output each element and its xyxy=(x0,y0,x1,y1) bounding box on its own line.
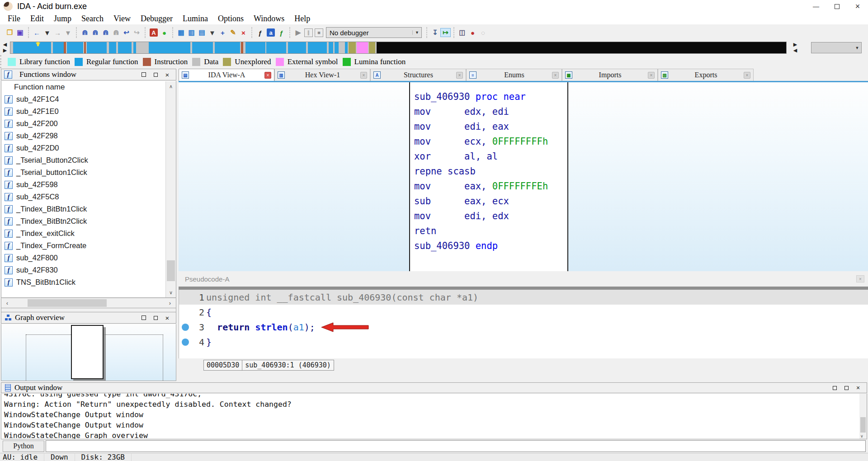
close-button[interactable]: × xyxy=(847,0,868,13)
disassembly-line[interactable]: mov ecx, 0FFFFFFFFh xyxy=(414,134,548,149)
add-breakpoint-icon[interactable]: ● xyxy=(467,28,478,37)
navband-segment[interactable] xyxy=(369,42,375,54)
undefine-icon[interactable]: × xyxy=(238,28,249,37)
menu-view[interactable]: View xyxy=(108,14,136,24)
nav-forward-icon[interactable]: → xyxy=(52,28,63,37)
graph-overview-close-button[interactable]: × xyxy=(161,313,173,322)
cli-input[interactable] xyxy=(46,440,866,452)
disassembly-line[interactable]: sub_406930 proc near xyxy=(414,89,548,104)
tab-close-icon[interactable]: × xyxy=(744,72,750,79)
function-list-item[interactable]: fsub_42F1E0 xyxy=(1,105,176,118)
disassembly-line[interactable]: retn xyxy=(414,224,548,239)
navband-segment[interactable] xyxy=(357,42,368,54)
function-list-item[interactable]: f_Tserial_button1Click xyxy=(1,166,176,179)
make-code-icon[interactable]: ▦ xyxy=(176,28,186,37)
navband-segment[interactable] xyxy=(53,42,64,54)
navband-segment[interactable] xyxy=(67,42,83,54)
output-log[interactable]: 43176C: using guessed type int dword_431… xyxy=(1,394,867,439)
pause-process-icon[interactable]: ∥ xyxy=(304,28,313,37)
output-maximize-button[interactable] xyxy=(829,383,840,392)
pseudocode-line[interactable]: 1unsigned int __fastcall sub_406930(cons… xyxy=(179,290,868,305)
scrollbar-thumb[interactable] xyxy=(860,417,866,433)
functions-vertical-scrollbar[interactable]: ∧ ∨ xyxy=(165,81,176,297)
tab-ida-view-a[interactable]: ▤IDA View-A× xyxy=(179,69,274,81)
scrollbar-thumb[interactable] xyxy=(167,260,175,281)
navband-zoom-left-icon[interactable]: ◀ xyxy=(792,47,798,53)
navband-zoom-select[interactable]: ▼ xyxy=(811,42,862,53)
navband-segment[interactable] xyxy=(13,42,51,54)
minimize-button[interactable]: — xyxy=(806,0,826,13)
nav-forward-dropdown-icon[interactable]: ▼ xyxy=(63,28,73,37)
function-list-item[interactable]: fsub_42F800 xyxy=(1,252,176,264)
pseudocode-close-button[interactable]: × xyxy=(856,275,864,282)
function-list-item[interactable]: f_Tindex_BitBtn1Click xyxy=(1,203,176,215)
scroll-down-icon[interactable]: ∨ xyxy=(166,287,176,297)
menu-jump[interactable]: Jump xyxy=(49,14,76,24)
function-list-item[interactable]: f_Tindex_FormCreate xyxy=(1,240,176,252)
search-text-icon[interactable]: ⋒ xyxy=(80,28,90,37)
graph-node[interactable]: sub_406930 proc nearmov edx, edimov edi,… xyxy=(409,82,568,271)
pseudocode-line[interactable]: 4} xyxy=(179,334,868,349)
menu-options[interactable]: Options xyxy=(213,14,249,24)
tab-close-icon[interactable]: × xyxy=(264,72,271,79)
output-window-titlebar[interactable]: Output window × xyxy=(1,382,867,393)
tab-close-icon[interactable]: × xyxy=(456,72,463,79)
function-list-item[interactable]: fsub_42F2D0 xyxy=(1,142,176,154)
disassembly-line[interactable]: mov edi, edx xyxy=(414,209,548,224)
disassembly-line[interactable]: mov edi, eax xyxy=(414,119,548,134)
attach-process-icon[interactable]: ↧ xyxy=(430,28,440,37)
function-list-item[interactable]: fTNS_BitBtn1Click xyxy=(1,276,176,288)
menu-search[interactable]: Search xyxy=(76,14,108,24)
menu-debugger[interactable]: Debugger xyxy=(136,14,178,24)
disassembly-line[interactable]: mov edx, edi xyxy=(414,104,548,119)
functions-maximize-button[interactable] xyxy=(138,70,150,79)
menu-file[interactable]: File xyxy=(3,14,25,24)
navband-scroll-left-icon[interactable]: ◀ xyxy=(2,42,8,47)
pseudocode-line[interactable]: 2{ xyxy=(179,305,868,320)
navband-segment[interactable] xyxy=(335,42,339,54)
nav-back-dropdown-icon[interactable]: ▼ xyxy=(42,28,52,37)
nav-back-icon[interactable]: ← xyxy=(32,28,42,37)
function-list-item[interactable]: fsub_42F1C4 xyxy=(1,93,176,105)
ascii-icon[interactable]: a xyxy=(267,28,275,37)
output-scrollbar[interactable]: ∨ xyxy=(859,394,867,439)
navband-zoom-right-icon[interactable]: ▶ xyxy=(792,42,798,47)
python-cli-button[interactable]: Python xyxy=(3,441,44,452)
output-float-button[interactable] xyxy=(840,383,852,392)
navband-segment[interactable] xyxy=(245,42,265,54)
stop-process-icon[interactable]: ■ xyxy=(315,28,323,37)
navband-segment[interactable] xyxy=(149,42,190,54)
save-icon[interactable]: ▣ xyxy=(15,28,25,37)
set-colors-icon[interactable]: A xyxy=(150,28,158,37)
disassembly-line[interactable]: sub eax, ecx xyxy=(414,194,548,209)
functions-horizontal-scrollbar[interactable]: ‹ › xyxy=(1,298,176,308)
navband-segment[interactable] xyxy=(329,42,333,54)
functions-window-titlebar[interactable]: f Functions window × xyxy=(1,69,176,80)
scroll-down-icon[interactable]: ∨ xyxy=(860,434,863,438)
function-list-item[interactable]: fsub_42F298 xyxy=(1,130,176,142)
pseudocode-line[interactable]: 3 return strlen(a1); xyxy=(179,320,868,334)
signature-icon[interactable]: ƒ xyxy=(276,28,287,37)
navband-segment[interactable] xyxy=(266,42,286,54)
navband-segment[interactable] xyxy=(118,42,132,54)
add-segment-icon[interactable]: + xyxy=(217,28,228,37)
pseudocode-header[interactable]: Pseudocode-A × xyxy=(179,271,868,287)
tab-close-icon[interactable]: × xyxy=(552,72,559,79)
ida-view-a-graph[interactable]: sub_406930 proc nearmov edx, edimov edi,… xyxy=(179,82,868,271)
navband-segment[interactable] xyxy=(288,42,306,54)
menu-lumina[interactable]: Lumina xyxy=(178,14,213,24)
graph-overview-canvas[interactable] xyxy=(1,324,176,381)
search-immediate-icon[interactable]: ⋒ xyxy=(90,28,100,37)
output-close-button[interactable]: × xyxy=(852,383,864,392)
navband-segment[interactable] xyxy=(133,42,136,54)
disassembly-line[interactable]: mov eax, 0FFFFFFFEh xyxy=(414,179,548,194)
jump-back-icon[interactable]: ↪ xyxy=(132,28,142,37)
start-process-icon[interactable]: ▶ xyxy=(293,28,303,37)
tab-close-icon[interactable]: × xyxy=(360,72,367,79)
tab-hex-view-1[interactable]: ▥Hex View-1× xyxy=(274,69,370,81)
navband-segment[interactable] xyxy=(377,42,787,54)
functions-close-button[interactable]: × xyxy=(161,70,173,79)
lumina-icon[interactable]: ● xyxy=(159,28,170,37)
navband-segment[interactable] xyxy=(64,42,66,54)
function-list-item[interactable]: f_Tindex_exitClick xyxy=(1,227,176,240)
